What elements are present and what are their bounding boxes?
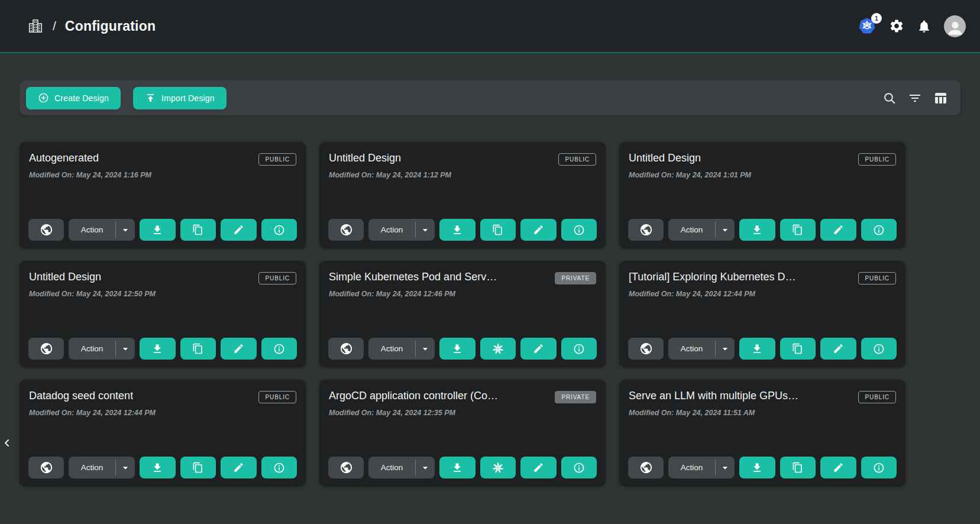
info-button[interactable] bbox=[561, 457, 597, 478]
kubernetes-context-button[interactable]: 1 bbox=[858, 17, 876, 35]
import-design-button[interactable]: Import Design bbox=[133, 87, 227, 109]
info-button[interactable] bbox=[261, 219, 297, 241]
action-button-label[interactable]: Action bbox=[668, 344, 715, 353]
card-action-row: Action bbox=[328, 457, 597, 478]
action-split-button[interactable]: Action bbox=[368, 457, 435, 478]
download-button[interactable] bbox=[439, 338, 476, 360]
globe-icon bbox=[40, 342, 53, 355]
copy-button[interactable] bbox=[780, 457, 816, 478]
pencil-icon bbox=[233, 462, 244, 473]
action-button-label[interactable]: Action bbox=[668, 463, 715, 472]
copy-button[interactable] bbox=[480, 219, 516, 241]
info-button[interactable] bbox=[261, 338, 297, 360]
publish-globe-button[interactable] bbox=[328, 338, 364, 360]
download-button[interactable] bbox=[739, 338, 775, 360]
download-button[interactable] bbox=[739, 457, 775, 478]
action-split-button[interactable]: Action bbox=[368, 219, 435, 241]
action-split-button[interactable]: Action bbox=[368, 338, 435, 360]
table-view-button[interactable] bbox=[933, 91, 947, 105]
download-icon bbox=[151, 224, 163, 236]
edit-button[interactable] bbox=[520, 219, 557, 241]
chevron-down-icon[interactable] bbox=[716, 224, 735, 236]
action-split-button[interactable]: Action bbox=[668, 457, 735, 478]
download-button[interactable] bbox=[439, 457, 476, 478]
chevron-down-icon[interactable] bbox=[716, 343, 735, 355]
copy-button[interactable] bbox=[780, 219, 816, 241]
action-button-label[interactable]: Action bbox=[368, 225, 415, 234]
copy-button[interactable] bbox=[180, 219, 216, 241]
chevron-down-icon[interactable] bbox=[116, 343, 135, 355]
info-icon bbox=[573, 224, 585, 236]
download-icon bbox=[151, 462, 163, 474]
publish-globe-button[interactable] bbox=[28, 457, 64, 478]
visibility-badge: PRIVATE bbox=[555, 272, 596, 284]
edit-button[interactable] bbox=[221, 338, 257, 360]
copy-button[interactable] bbox=[180, 457, 216, 478]
settings-button[interactable] bbox=[889, 18, 904, 34]
modified-timestamp: Modified On: May 24, 2024 12:44 PM bbox=[29, 409, 296, 417]
pinwheel-icon bbox=[491, 461, 504, 474]
action-button-label[interactable]: Action bbox=[368, 344, 415, 353]
action-split-button[interactable]: Action bbox=[69, 338, 135, 360]
download-button[interactable] bbox=[140, 457, 176, 478]
action-button-label[interactable]: Action bbox=[69, 463, 115, 472]
info-button[interactable] bbox=[561, 338, 597, 360]
design-card: Serve an LLM with multiple GPUs… PUBLIC … bbox=[619, 380, 905, 486]
chevron-down-icon[interactable] bbox=[716, 462, 735, 474]
info-button[interactable] bbox=[861, 338, 897, 360]
edit-button[interactable] bbox=[221, 219, 257, 241]
publish-globe-button[interactable] bbox=[328, 219, 364, 241]
create-design-button[interactable]: Create Design bbox=[26, 87, 121, 109]
download-button[interactable] bbox=[140, 338, 176, 360]
edit-button[interactable] bbox=[820, 219, 856, 241]
action-button-label[interactable]: Action bbox=[69, 344, 115, 353]
publish-globe-button[interactable] bbox=[28, 338, 64, 360]
notifications-button[interactable] bbox=[917, 19, 932, 34]
modified-timestamp: Modified On: May 24, 2024 12:50 PM bbox=[29, 290, 296, 298]
pinwheel-button[interactable] bbox=[480, 338, 516, 360]
building-icon[interactable] bbox=[27, 18, 44, 34]
publish-globe-button[interactable] bbox=[28, 219, 64, 241]
download-button[interactable] bbox=[140, 219, 176, 241]
edit-button[interactable] bbox=[221, 457, 257, 478]
info-button[interactable] bbox=[261, 457, 297, 478]
download-button[interactable] bbox=[439, 219, 476, 241]
action-split-button[interactable]: Action bbox=[69, 219, 135, 241]
chevron-down-icon[interactable] bbox=[116, 462, 135, 474]
copy-button[interactable] bbox=[780, 338, 816, 360]
action-button-label[interactable]: Action bbox=[368, 463, 415, 472]
copy-icon bbox=[792, 343, 803, 354]
sidebar-collapse-button[interactable] bbox=[0, 435, 14, 451]
filter-button[interactable] bbox=[908, 91, 922, 105]
edit-button[interactable] bbox=[820, 338, 856, 360]
designs-toolbar: Create Design Import Design bbox=[20, 80, 960, 115]
publish-globe-button[interactable] bbox=[628, 457, 664, 478]
pinwheel-button[interactable] bbox=[480, 457, 516, 478]
design-title: Autogenerated bbox=[29, 152, 99, 164]
edit-button[interactable] bbox=[820, 457, 856, 478]
search-button[interactable] bbox=[882, 91, 897, 105]
chevron-down-icon[interactable] bbox=[416, 343, 435, 355]
edit-button[interactable] bbox=[520, 457, 557, 478]
action-split-button[interactable]: Action bbox=[69, 457, 135, 478]
design-title: ArgoCD application controller (Co… bbox=[329, 390, 498, 402]
info-button[interactable] bbox=[861, 457, 897, 478]
action-split-button[interactable]: Action bbox=[668, 219, 735, 241]
publish-globe-button[interactable] bbox=[628, 338, 664, 360]
publish-globe-button[interactable] bbox=[328, 457, 364, 478]
copy-button[interactable] bbox=[180, 338, 216, 360]
action-split-button[interactable]: Action bbox=[668, 338, 735, 360]
action-button-label[interactable]: Action bbox=[668, 225, 715, 234]
chevron-down-icon[interactable] bbox=[116, 224, 135, 236]
chevron-down-icon[interactable] bbox=[416, 462, 435, 474]
download-button[interactable] bbox=[739, 219, 775, 241]
publish-globe-button[interactable] bbox=[628, 219, 664, 241]
action-button-label[interactable]: Action bbox=[69, 225, 115, 234]
info-button[interactable] bbox=[861, 219, 897, 241]
user-avatar[interactable] bbox=[944, 15, 966, 37]
chevron-down-icon[interactable] bbox=[416, 224, 435, 236]
edit-button[interactable] bbox=[520, 338, 557, 360]
info-button[interactable] bbox=[561, 219, 597, 241]
download-icon bbox=[451, 462, 463, 474]
pencil-icon bbox=[533, 224, 544, 235]
